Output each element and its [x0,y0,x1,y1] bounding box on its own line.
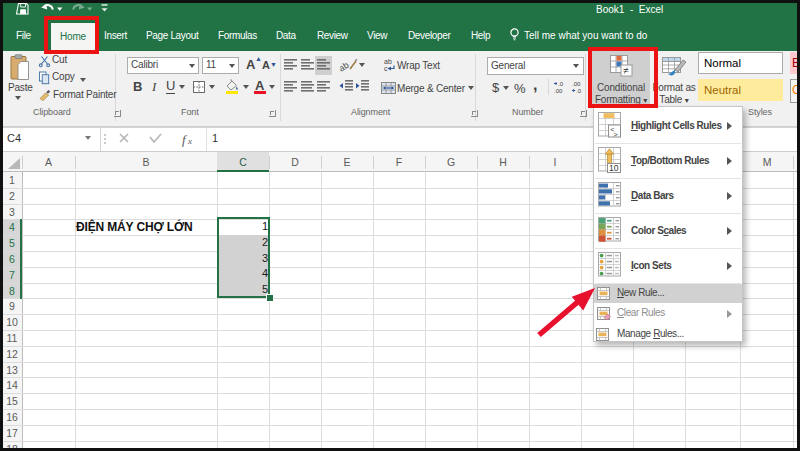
svg-text:>: > [613,130,618,139]
svg-text:c: c [384,65,388,72]
svg-text:x: x [187,136,192,146]
svg-text:ab: ab [340,60,351,73]
svg-text:.00: .00 [572,81,581,87]
svg-text:10: 10 [609,163,619,173]
svg-text:.0: .0 [576,88,582,94]
svg-text:.00: .00 [554,88,563,94]
svg-text:.0: .0 [558,81,564,87]
svg-text:ab: ab [384,58,392,65]
